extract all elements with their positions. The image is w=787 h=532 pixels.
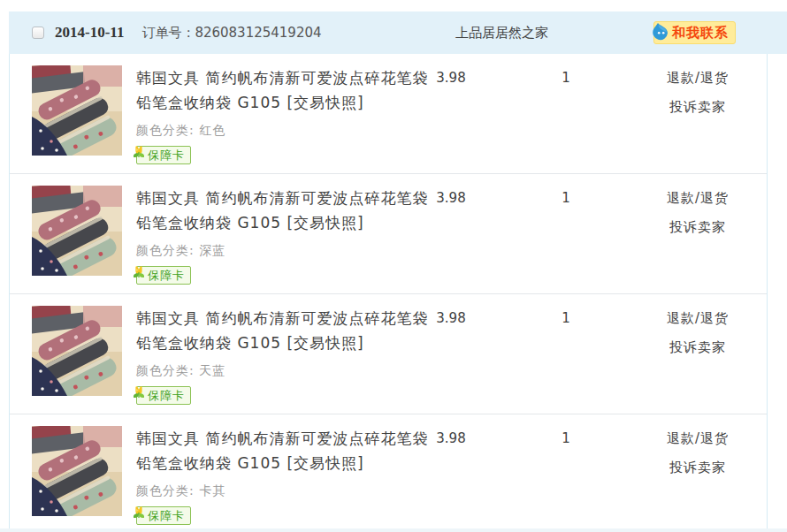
order-card: 2014-10-11 订单号：826083125419204 上品居居然之家 和…: [9, 11, 787, 532]
product-info: 韩国文具 简约帆布清新可爱波点碎花笔袋 铅笔盒收纳袋 G105 [交易快照] 颜…: [136, 186, 435, 285]
sku-line: 颜色分类: 卡其: [136, 483, 435, 499]
sku-line: 颜色分类: 深蓝: [136, 243, 435, 259]
warranty-card-badge[interactable]: 保障卡: [136, 146, 191, 164]
product-cell: 韩国文具 简约帆布清新可爱波点碎花笔袋 铅笔盒收纳袋 G105 [交易快照] 颜…: [10, 186, 399, 285]
unit-price: 3.98: [399, 186, 503, 285]
quantity: 1: [503, 186, 629, 285]
sku-value: 卡其: [199, 483, 225, 498]
sku-value: 天蓝: [199, 363, 225, 377]
quantity: 1: [503, 306, 629, 405]
quantity: 1: [503, 65, 629, 164]
sku-label: 颜色分类:: [136, 243, 199, 257]
actions-cell: 退款/退货 投诉卖家: [629, 426, 767, 525]
unit-price: 3.98: [399, 306, 503, 405]
order-select-checkbox[interactable]: [32, 27, 44, 39]
actions-cell: 退款/退货 投诉卖家: [629, 306, 767, 405]
order-item-row: 韩国文具 简约帆布清新可爱波点碎花笔袋 铅笔盒收纳袋 G105 [交易快照] 颜…: [10, 173, 767, 293]
sku-label: 颜色分类:: [136, 123, 199, 137]
warranty-card-badge[interactable]: 保障卡: [136, 506, 191, 525]
order-item-row: 韩国文具 简约帆布清新可爱波点碎花笔袋 铅笔盒收纳袋 G105 [交易快照] 颜…: [10, 54, 767, 173]
order-date: 2014-10-11: [55, 24, 124, 42]
unit-price: 3.98: [399, 65, 503, 164]
product-info: 韩国文具 简约帆布清新可爱波点碎花笔袋 铅笔盒收纳袋 G105 [交易快照] 颜…: [136, 306, 435, 405]
sku-value: 红色: [199, 123, 225, 137]
refund-return-link[interactable]: 退款/退货: [629, 306, 767, 331]
tulip-flower-icon: [131, 145, 147, 161]
complain-seller-link[interactable]: 投诉卖家: [629, 95, 767, 119]
pencil-case-photo: [32, 426, 122, 516]
product-title-link[interactable]: 韩国文具 简约帆布清新可爱波点碎花笔袋 铅笔盒收纳袋 G105 [交易快照]: [136, 306, 435, 355]
refund-return-link[interactable]: 退款/退货: [629, 186, 767, 210]
warranty-card-badge[interactable]: 保障卡: [136, 386, 191, 405]
pencil-case-photo: [32, 306, 122, 396]
complain-seller-link[interactable]: 投诉卖家: [629, 455, 767, 480]
sku-label: 颜色分类:: [136, 483, 199, 498]
pencil-case-photo: [32, 65, 122, 156]
order-number: 订单号：826083125419204: [141, 25, 321, 42]
order-header-bar: 2014-10-11 订单号：826083125419204 上品居居然之家 和…: [9, 11, 787, 54]
warranty-card-label: 保障卡: [148, 508, 185, 524]
product-info: 韩国文具 简约帆布清新可爱波点碎花笔袋 铅笔盒收纳袋 G105 [交易快照] 颜…: [136, 426, 435, 525]
product-title-link[interactable]: 韩国文具 简约帆布清新可爱波点碎花笔袋 铅笔盒收纳袋 G105 [交易快照]: [136, 186, 435, 235]
sku-value: 深蓝: [199, 243, 225, 257]
sku-line: 颜色分类: 红色: [136, 123, 435, 139]
product-cell: 韩国文具 简约帆布清新可爱波点碎花笔袋 铅笔盒收纳袋 G105 [交易快照] 颜…: [10, 306, 399, 405]
shop-name[interactable]: 上品居居然之家: [455, 25, 548, 42]
product-thumbnail[interactable]: [32, 65, 122, 156]
contact-seller-button[interactable]: 和我联系: [653, 21, 736, 44]
sku-label: 颜色分类:: [136, 363, 199, 377]
next-section-edge: [0, 528, 787, 532]
wangwang-droplet-icon: [651, 22, 670, 42]
complain-seller-link[interactable]: 投诉卖家: [629, 335, 767, 360]
warranty-card-label: 保障卡: [148, 148, 185, 163]
product-info: 韩国文具 简约帆布清新可爱波点碎花笔袋 铅笔盒收纳袋 G105 [交易快照] 颜…: [136, 65, 435, 164]
product-thumbnail[interactable]: [32, 426, 122, 516]
product-title-link[interactable]: 韩国文具 简约帆布清新可爱波点碎花笔袋 铅笔盒收纳袋 G105 [交易快照]: [136, 426, 435, 475]
warranty-card-badge[interactable]: 保障卡: [136, 266, 191, 285]
actions-cell: 退款/退货 投诉卖家: [629, 65, 767, 164]
refund-return-link[interactable]: 退款/退货: [629, 426, 767, 451]
product-thumbnail[interactable]: [32, 186, 122, 276]
warranty-card-label: 保障卡: [148, 388, 185, 404]
product-cell: 韩国文具 简约帆布清新可爱波点碎花笔袋 铅笔盒收纳袋 G105 [交易快照] 颜…: [10, 65, 399, 164]
order-item-row: 韩国文具 简约帆布清新可爱波点碎花笔袋 铅笔盒收纳袋 G105 [交易快照] 颜…: [10, 293, 767, 414]
refund-return-link[interactable]: 退款/退货: [629, 65, 767, 90]
tulip-flower-icon: [131, 385, 147, 401]
order-item-row: 韩国文具 简约帆布清新可爱波点碎花笔袋 铅笔盒收纳袋 G105 [交易快照] 颜…: [10, 414, 767, 532]
product-cell: 韩国文具 简约帆布清新可爱波点碎花笔袋 铅笔盒收纳袋 G105 [交易快照] 颜…: [10, 426, 399, 525]
quantity: 1: [503, 426, 629, 525]
contact-seller-label: 和我联系: [672, 25, 729, 42]
warranty-card-label: 保障卡: [148, 268, 185, 284]
pencil-case-photo: [32, 186, 122, 276]
unit-price: 3.98: [399, 426, 503, 525]
tulip-flower-icon: [131, 265, 147, 281]
product-title-link[interactable]: 韩国文具 简约帆布清新可爱波点碎花笔袋 铅笔盒收纳袋 G105 [交易快照]: [136, 65, 435, 115]
order-items: 韩国文具 简约帆布清新可爱波点碎花笔袋 铅笔盒收纳袋 G105 [交易快照] 颜…: [9, 54, 768, 532]
product-thumbnail[interactable]: [32, 306, 122, 396]
complain-seller-link[interactable]: 投诉卖家: [629, 215, 767, 239]
actions-cell: 退款/退货 投诉卖家: [629, 186, 767, 285]
sku-line: 颜色分类: 天蓝: [136, 363, 435, 379]
tulip-flower-icon: [131, 505, 147, 521]
